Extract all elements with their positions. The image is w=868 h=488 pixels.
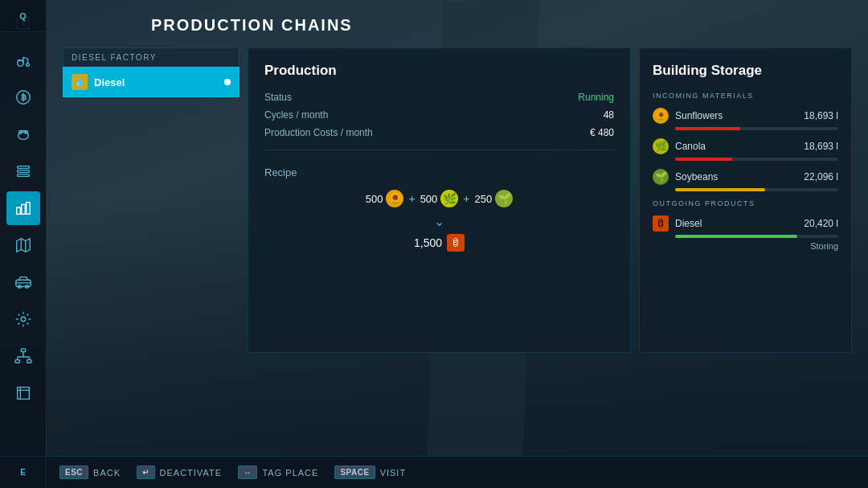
ingredient-canola: 500 🌿 (420, 190, 459, 207)
sidebar-item-org[interactable] (6, 339, 40, 373)
sunflowers-bar-fill (675, 127, 740, 130)
content-row: DIESEL FACTORY 💧 Diesel Production Statu… (63, 47, 852, 353)
main-content: PRODUCTION CHAINS DIESEL FACTORY 💧 Diese… (47, 0, 868, 488)
diesel-out-amount: 20,420 l (804, 218, 838, 229)
ingredient-sunflower: 500 🌻 (366, 190, 404, 207)
storage-title: Building Storage (653, 63, 838, 79)
soybean-icon: 🌱 (495, 190, 513, 207)
storing-label: Storing (653, 241, 838, 251)
factory-item-name: Diesel (94, 76, 218, 88)
soybeans-bar-fill (675, 188, 765, 191)
costs-row: Production Costs / month € 480 (264, 127, 614, 138)
diesel-out-bar-fill (675, 235, 797, 238)
visit-label: VISIT (380, 468, 407, 478)
incoming-label: INCOMING MATERIALS (653, 92, 838, 100)
recipe-output: 1,500 🛢 (264, 234, 614, 252)
corner-q-badge: Q (0, 0, 47, 32)
deactivate-label: DEACTIVATE (160, 468, 222, 478)
sunflowers-header: 🌻 Sunflowers 18,693 l (653, 108, 838, 124)
canola-bar-fill (675, 158, 732, 161)
svg-rect-11 (17, 174, 29, 177)
costs-label: Production Costs / month (264, 127, 373, 138)
status-label: Status (264, 92, 292, 103)
sidebar-item-tractor[interactable] (6, 43, 40, 77)
factory-item-diesel[interactable]: 💧 Diesel (63, 67, 240, 97)
recipe-section: Recipe 500 🌻 + 500 🌿 + 250 🌱 (264, 166, 614, 252)
production-panel: Production Status Running Cycles / month… (248, 47, 631, 353)
soybean-amount: 250 (475, 193, 493, 205)
sunflowers-bar-bg (675, 127, 838, 130)
sidebar-item-production[interactable] (6, 191, 40, 225)
recipe-title: Recipe (264, 166, 614, 178)
svg-rect-23 (27, 360, 31, 363)
cycles-label: Cycles / month (264, 109, 328, 121)
soybeans-amount: 22,096 l (804, 171, 838, 182)
factory-panel: DIESEL FACTORY 💧 Diesel (63, 47, 240, 97)
production-title: Production (264, 63, 614, 79)
sidebar-item-map[interactable] (6, 228, 40, 262)
canola-icon: 🌿 (653, 138, 669, 154)
tagplace-badge[interactable]: ↔ (238, 465, 258, 479)
sidebar-item-logs[interactable] (6, 154, 40, 188)
cycles-row: Cycles / month 48 (264, 109, 614, 121)
factory-section-label: DIESEL FACTORY (63, 47, 240, 67)
svg-point-4 (26, 64, 29, 67)
output-icon: 🛢 (447, 234, 465, 252)
svg-rect-14 (26, 203, 30, 215)
soybeans-name: Soybeans (675, 171, 797, 182)
svg-rect-12 (16, 207, 20, 214)
sunflowers-icon: 🌻 (653, 108, 669, 124)
canola-amount: 500 (420, 193, 438, 205)
soybeans-icon: 🌱 (653, 169, 669, 185)
recipe-arrow: ⌄ (264, 214, 614, 229)
canola-amount: 18,693 l (804, 141, 838, 152)
sidebar (0, 0, 47, 488)
canola-name: Canola (675, 141, 797, 152)
diesel-out-icon: 🛢 (653, 215, 669, 232)
esc-label: BACK (93, 468, 121, 478)
diesel-out-bar-bg (675, 235, 838, 238)
storage-item-soybeans: 🌱 Soybeans 22,096 l (653, 169, 838, 191)
tagplace-label: TAG PLACE (262, 468, 318, 478)
ingredient-soybean: 250 🌱 (475, 190, 514, 207)
sidebar-item-vehicles[interactable] (6, 265, 40, 299)
diesel-out-header: 🛢 Diesel 20,420 l (653, 215, 838, 232)
svg-point-20 (21, 317, 26, 322)
hotkey-visit: SPACE VISIT (334, 465, 406, 479)
status-row: Status Running (264, 92, 614, 103)
sidebar-item-guide[interactable] (6, 376, 40, 410)
svg-rect-9 (17, 166, 29, 169)
plus-2: + (463, 192, 469, 205)
hotkey-tagplace: ↔ TAG PLACE (238, 465, 318, 479)
costs-value: € 480 (590, 127, 614, 138)
sidebar-item-animals[interactable] (6, 117, 40, 151)
outgoing-label: OUTGOING PRODUCTS (653, 199, 838, 207)
status-value: Running (578, 92, 614, 103)
recipe-ingredients: 500 🌻 + 500 🌿 + 250 🌱 (264, 190, 614, 207)
hotkey-esc: ESC BACK (59, 465, 121, 479)
sidebar-item-settings[interactable] (6, 302, 40, 336)
visit-badge[interactable]: SPACE (334, 465, 375, 479)
sunflower-icon: 🌻 (386, 190, 403, 207)
svg-rect-22 (14, 360, 19, 363)
plus-1: + (408, 192, 415, 205)
storage-item-canola: 🌿 Canola 18,693 l (653, 138, 838, 161)
deactivate-badge[interactable]: ↵ (137, 465, 155, 479)
esc-badge[interactable]: ESC (59, 465, 88, 479)
sidebar-item-finance[interactable] (6, 80, 40, 114)
svg-rect-21 (21, 349, 26, 352)
bottom-bar: ESC BACK ↵ DEACTIVATE ↔ TAG PLACE SPACE … (47, 456, 868, 488)
svg-point-3 (17, 60, 23, 66)
diesel-factory-icon: 💧 (72, 74, 88, 90)
storage-item-diesel-out: 🛢 Diesel 20,420 l Storing (653, 215, 838, 251)
sunflower-amount: 500 (366, 193, 383, 205)
soybeans-bar-bg (675, 188, 838, 191)
canola-header: 🌿 Canola 18,693 l (653, 138, 838, 154)
svg-rect-10 (17, 170, 29, 173)
cycles-value: 48 (604, 109, 614, 121)
sunflowers-name: Sunflowers (675, 110, 797, 121)
page-title: PRODUCTION CHAINS (151, 16, 852, 35)
canola-bar-bg (675, 158, 838, 161)
storage-panel: Building Storage INCOMING MATERIALS 🌻 Su… (639, 47, 852, 353)
soybeans-header: 🌱 Soybeans 22,096 l (653, 169, 838, 185)
